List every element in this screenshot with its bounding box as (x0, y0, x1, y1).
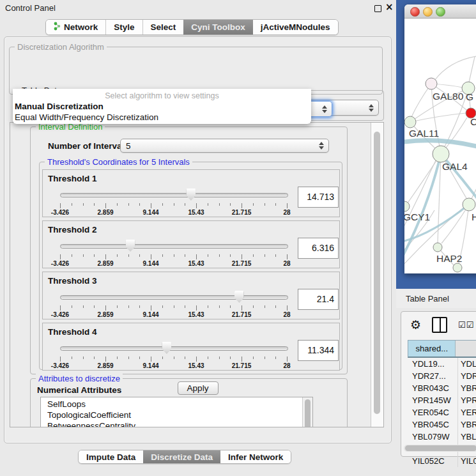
tab-label: Style (114, 22, 134, 32)
tick-label: 2.859 (97, 311, 113, 318)
tab-cyni-toolbox[interactable]: Cyni Toolbox (183, 20, 253, 35)
table-row[interactable]: YER054CYER0 (408, 406, 476, 418)
gear-icon[interactable]: ⚙ (410, 319, 421, 331)
tick-mark (128, 305, 129, 308)
slider-thumb[interactable] (162, 342, 171, 354)
list-item[interactable]: BetweennessCentrality (41, 420, 312, 427)
columns-icon[interactable] (432, 317, 447, 333)
tick-mark (60, 305, 61, 311)
dropdown-option-manual[interactable]: Manual Discretization (15, 102, 104, 111)
list-scrollbar[interactable] (302, 397, 312, 427)
tab-jactivemnodules[interactable]: jActiveMNodules (253, 20, 338, 35)
column-header-name[interactable]: n (456, 341, 476, 357)
vertical-scrollbar-thumb[interactable] (374, 132, 380, 414)
tab-discretize-data[interactable]: Discretize Data (143, 450, 220, 463)
hap2-node[interactable] (433, 243, 442, 252)
threshold-label: Threshold 3 (48, 276, 97, 286)
tick-label: -3.426 (51, 260, 69, 267)
tab-label: Discretize Data (151, 452, 213, 462)
slider-thumb[interactable] (186, 188, 196, 201)
tick-mark (60, 357, 61, 362)
slider-ticks (60, 254, 287, 259)
gal80-node[interactable] (426, 78, 437, 89)
slider-track[interactable] (60, 295, 288, 300)
apply-button[interactable]: Apply (178, 381, 219, 395)
tab-network[interactable]: Network (46, 20, 105, 35)
tick-mark (174, 357, 174, 359)
checkbox-icons[interactable]: ☑☑ (458, 320, 474, 330)
number-of-intervals-combobox[interactable]: 5 (120, 139, 329, 153)
threshold-value-field[interactable]: 11.344 (298, 340, 339, 361)
tick-label: -3.426 (51, 311, 69, 318)
table-row[interactable]: YDR27...YDR2 (408, 370, 476, 382)
slider-track[interactable] (60, 346, 288, 351)
threshold-value-field[interactable]: 14.713 (298, 187, 339, 208)
close-icon[interactable]: × (385, 1, 394, 13)
list-scrollbar-thumb[interactable] (305, 399, 311, 427)
network-edge (434, 56, 476, 81)
tick-mark (94, 357, 95, 359)
tick-mark (139, 254, 140, 257)
tick-mark (265, 305, 265, 308)
tick-mark (219, 254, 220, 257)
tick-mark (196, 357, 197, 362)
app-root: Control Panel × NetworkStyleSelectCyni T… (0, 0, 476, 476)
slider-track[interactable] (60, 193, 288, 197)
horizontal-scrollbar-thumb[interactable] (405, 445, 476, 451)
close-traffic-light[interactable] (410, 7, 420, 17)
node-label: C (470, 116, 476, 127)
dropdown-option-equal-width[interactable]: Equal Width/Frequency Discretization (15, 112, 158, 122)
table-row[interactable]: YIL052CYIL0 (408, 455, 476, 467)
table-panel-title: Table Panel (406, 294, 449, 303)
numerical-attributes-list[interactable]: SelfLoopsTopologicalCoefficientBetweenne… (40, 397, 313, 427)
threshold-value-field[interactable]: 6.316 (298, 238, 339, 259)
list-item[interactable]: TopologicalCoefficient (41, 410, 312, 420)
table-row[interactable]: YDL19...YDL1 (408, 358, 476, 370)
float-window-icon[interactable] (374, 5, 381, 12)
tick-mark (253, 357, 254, 359)
tick-mark (185, 203, 185, 206)
threshold-value-field[interactable]: 21.4 (298, 289, 339, 310)
network-graph[interactable]: GAL80GCGAL11GAL4GCY1HHAP2 (404, 19, 476, 273)
tab-infer-network[interactable]: Infer Network (220, 450, 291, 463)
tab-label: jActiveMNodules (261, 22, 330, 32)
tick-label: 28 (283, 311, 290, 318)
tick-label: 28 (283, 209, 290, 216)
list-item[interactable]: SelfLoops (41, 399, 312, 410)
tick-mark (139, 305, 140, 308)
tab-impute-data[interactable]: Impute Data (79, 450, 143, 463)
column-header-shared[interactable]: shared... (408, 341, 456, 357)
tab-select[interactable]: Select (142, 20, 184, 35)
tick-mark (60, 203, 61, 208)
zoom-traffic-light[interactable] (436, 7, 445, 17)
slider-track[interactable] (60, 244, 288, 249)
tick-mark (117, 357, 118, 359)
tick-mark (94, 203, 95, 206)
table-panel: ⚙ ☑☑ shared...nYDL19...YDL1YDR27...YDR2Y… (401, 311, 476, 457)
tick-label: 9.144 (142, 209, 158, 216)
gcy1-node[interactable] (404, 201, 410, 211)
tab-style[interactable]: Style (105, 20, 142, 35)
table-row[interactable]: YBR045CYBR0 (408, 418, 476, 431)
table-row[interactable]: YBL079WYBL0 (408, 431, 476, 443)
h-node[interactable] (463, 198, 475, 211)
slider-ticks (60, 305, 287, 311)
table-row[interactable]: YPR145WYPR1 (408, 394, 476, 406)
node-label: GCY1 (404, 211, 430, 222)
table-row[interactable]: YBR043CYBR0 (408, 382, 476, 394)
horizontal-scrollbar[interactable] (404, 445, 476, 452)
bottom-node[interactable] (453, 263, 462, 272)
tick-mark (128, 254, 129, 257)
table-header-row[interactable]: shared...n (408, 340, 476, 358)
tick-mark (242, 357, 242, 362)
tick-mark (105, 203, 106, 208)
minimize-traffic-light[interactable] (423, 7, 433, 17)
gal4-node[interactable] (433, 146, 449, 162)
attribute-items: SelfLoopsTopologicalCoefficientBetweenne… (41, 397, 312, 427)
slider-thumb[interactable] (234, 291, 244, 303)
vertical-scrollbar[interactable] (371, 123, 383, 427)
slider-thumb[interactable] (126, 240, 135, 252)
tick-mark (185, 254, 185, 257)
gal11-node[interactable] (404, 116, 416, 128)
threshold-label: Threshold 1 (48, 174, 97, 183)
